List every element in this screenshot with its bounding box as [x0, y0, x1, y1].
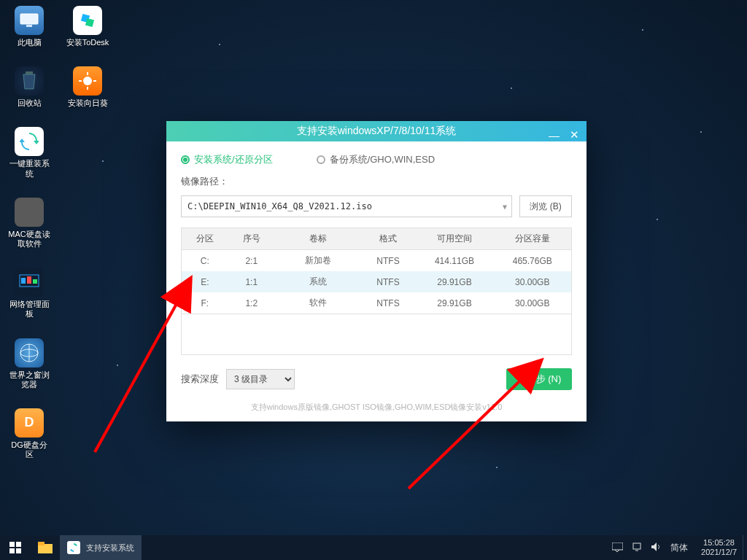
desktop-icon-reinstall[interactable]: 一键重装系统 — [7, 127, 51, 178]
table-row[interactable]: E: 1:1 系统 NTFS 29.91GB 30.00GB — [182, 271, 572, 292]
col-fmt: 格式 — [361, 228, 416, 250]
desktop-icon-grid: 此电脑 安装ToDesk 回收站 安装向日葵 一键重装系统 MAC硬盘读取软件 … — [7, 6, 109, 459]
svg-rect-11 — [21, 278, 26, 284]
icon-label: DG硬盘分区 — [7, 440, 51, 459]
col-free: 可用空间 — [415, 228, 493, 250]
next-button[interactable]: 下一步 (N) — [506, 368, 572, 390]
clock-date: 2021/12/7 — [701, 548, 737, 557]
svg-rect-25 — [612, 542, 623, 550]
svg-rect-13 — [33, 279, 37, 284]
image-path-label: 镜像路径： — [181, 175, 572, 188]
icon-label: 此电脑 — [18, 38, 42, 47]
icon-label: 网络管理面板 — [7, 300, 51, 319]
icon-label: MAC硬盘读取软件 — [7, 230, 51, 249]
radio-dot-icon — [181, 155, 190, 164]
desktop-icon-todesk[interactable]: 安装ToDesk — [66, 6, 109, 47]
browse-button[interactable]: 浏览 (B) — [519, 195, 572, 217]
taskbar-app-install[interactable]: 支持安装系统 — [60, 535, 142, 560]
install-dialog: 支持安装windowsXP/7/8/10/11系统 — ✕ 安装系统/还原分区 … — [166, 121, 587, 421]
system-tray: 简体 — [605, 542, 695, 554]
icon-label: 安装ToDesk — [66, 38, 109, 47]
tray-network-icon[interactable] — [632, 542, 642, 553]
tray-volume-icon[interactable] — [651, 542, 662, 553]
search-depth-select[interactable]: 3 级目录 — [226, 369, 295, 389]
svg-rect-20 — [16, 542, 21, 547]
svg-point-5 — [83, 77, 92, 85]
dialog-titlebar: 支持安装windowsXP/7/8/10/11系统 — ✕ — [166, 121, 587, 141]
minimize-button[interactable]: — — [549, 129, 560, 141]
radio-install-restore[interactable]: 安装系统/还原分区 — [181, 153, 273, 166]
taskbar-app-label: 支持安装系统 — [86, 542, 134, 553]
icon-label: 回收站 — [18, 98, 42, 108]
desktop-icon-net-panel[interactable]: 网络管理面板 — [7, 268, 51, 319]
radio-dot-icon — [317, 155, 325, 164]
desktop-icon-mac-disk[interactable]: MAC硬盘读取软件 — [7, 198, 51, 249]
desktop-icon-sunflower[interactable]: 安装向日葵 — [66, 66, 109, 108]
image-path-value: C:\DEEPIN_WIN10_X64_Q8_V2021.12.iso — [187, 201, 372, 211]
col-part: 分区 — [182, 228, 228, 250]
taskbar-explorer[interactable] — [31, 535, 60, 560]
taskbar: 支持安装系统 简体 15:05:28 2021/12/7 — [0, 535, 747, 560]
dialog-title: 支持安装windowsXP/7/8/10/11系统 — [297, 125, 457, 138]
svg-rect-0 — [20, 14, 38, 24]
svg-rect-4 — [26, 71, 33, 74]
clock-time: 15:05:28 — [701, 538, 737, 548]
svg-rect-22 — [16, 548, 21, 553]
icon-label: 世界之窗浏览器 — [7, 370, 51, 389]
table-row[interactable]: C: 2:1 新加卷 NTFS 414.11GB 465.76GB — [182, 250, 572, 272]
desktop-icon-dg[interactable]: D DG硬盘分区 — [7, 408, 51, 459]
desktop-icon-recycle-bin[interactable]: 回收站 — [7, 66, 51, 108]
show-desktop-button[interactable] — [743, 535, 747, 560]
svg-rect-1 — [26, 25, 32, 27]
desktop-icon-browser[interactable]: 世界之窗浏览器 — [7, 338, 51, 389]
svg-rect-24 — [38, 542, 44, 545]
radio-label: 安装系统/还原分区 — [194, 153, 273, 166]
radio-label: 备份系统/GHO,WIN,ESD — [330, 153, 435, 166]
svg-rect-21 — [9, 548, 15, 553]
radio-backup[interactable]: 备份系统/GHO,WIN,ESD — [317, 153, 435, 166]
table-row[interactable]: F: 1:2 软件 NTFS 29.91GB 30.00GB — [182, 292, 572, 314]
close-button[interactable]: ✕ — [570, 128, 579, 141]
col-vol: 卷标 — [275, 228, 361, 250]
taskbar-clock[interactable]: 15:05:28 2021/12/7 — [695, 538, 743, 556]
desktop-icon-this-pc[interactable]: 此电脑 — [7, 6, 51, 47]
start-button[interactable] — [0, 535, 31, 560]
svg-rect-19 — [9, 542, 15, 547]
svg-rect-26 — [633, 543, 640, 549]
tray-ime[interactable]: 简体 — [670, 542, 688, 554]
partition-table: 分区 序号 卷标 格式 可用空间 分区容量 C: 2:1 新加卷 NTFS 41… — [181, 228, 572, 314]
search-depth-label: 搜索深度 — [181, 373, 219, 386]
table-empty-area — [181, 314, 572, 355]
col-cap: 分区容量 — [493, 228, 571, 250]
image-path-combobox[interactable]: C:\DEEPIN_WIN10_X64_Q8_V2021.12.iso ▼ — [181, 195, 512, 217]
icon-label: 一键重装系统 — [7, 159, 51, 178]
col-seq: 序号 — [228, 228, 275, 250]
chevron-down-icon: ▼ — [503, 203, 507, 211]
dialog-footnote: 支持windows原版镜像,GHOST ISO镜像,GHO,WIM,ESD镜像安… — [181, 402, 572, 413]
svg-rect-12 — [27, 276, 31, 284]
tray-action-center-icon[interactable] — [612, 542, 623, 553]
icon-label: 安装向日葵 — [68, 98, 108, 108]
